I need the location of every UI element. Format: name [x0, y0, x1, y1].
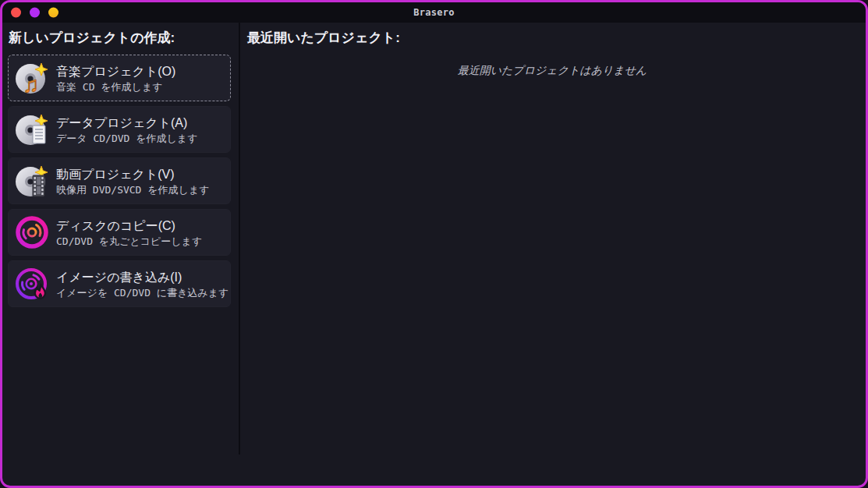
burn-image-button[interactable]: イメージの書き込み(I) イメージを CD/DVD に書き込みます — [8, 260, 231, 307]
disc-copy-subtitle: CD/DVD を丸ごとコピーします — [56, 235, 202, 249]
recent-projects-panel: 最近開いたプロジェクト: 最近開いたプロジェクトはありません — [239, 23, 866, 486]
close-button[interactable] — [11, 8, 21, 18]
data-project-subtitle: データ CD/DVD を作成します — [56, 132, 197, 146]
disc-copy-text: ディスクのコピー(C) CD/DVD を丸ごとコピーします — [56, 217, 202, 249]
window-controls — [11, 8, 58, 18]
maximize-button[interactable] — [48, 8, 58, 18]
recent-projects-empty-message: 最近開いたプロジェクトはありません — [246, 64, 858, 78]
burn-image-subtitle: イメージを CD/DVD に書き込みます — [56, 286, 229, 300]
brasero-window: Brasero 新しいプロジェクトの作成: — [0, 0, 868, 488]
audio-project-text: 音楽プロジェクト(O) 音楽 CD を作成します — [56, 62, 175, 94]
data-project-title: データプロジェクト(A) — [56, 114, 197, 132]
disc-copy-icon — [15, 215, 49, 249]
data-cd-icon — [15, 112, 49, 147]
audio-project-button[interactable]: ♫ 音楽プロジェクト(O) 音楽 CD を作成します — [8, 55, 231, 101]
burn-image-text: イメージの書き込み(I) イメージを CD/DVD に書き込みます — [56, 268, 229, 300]
disc-copy-button[interactable]: ディスクのコピー(C) CD/DVD を丸ごとコピーします — [8, 209, 231, 256]
video-project-title: 動画プロジェクト(V) — [56, 165, 210, 183]
recent-projects-header: 最近開いたプロジェクト: — [246, 27, 858, 55]
minimize-button[interactable] — [30, 8, 40, 18]
burn-image-icon — [15, 267, 49, 301]
main-content: 新しいプロジェクトの作成: ♫ — [2, 23, 866, 486]
titlebar: Brasero — [2, 2, 866, 23]
video-project-text: 動画プロジェクト(V) 映像用 DVD/SVCD を作成します — [56, 165, 210, 197]
panel-separator — [239, 23, 240, 454]
data-project-text: データプロジェクト(A) データ CD/DVD を作成します — [56, 114, 197, 146]
window-title: Brasero — [413, 7, 455, 18]
new-project-header: 新しいプロジェクトの作成: — [8, 27, 233, 55]
video-project-subtitle: 映像用 DVD/SVCD を作成します — [56, 183, 210, 197]
svg-text:♫: ♫ — [23, 72, 39, 95]
video-cd-icon — [15, 164, 49, 198]
audio-cd-icon: ♫ — [15, 61, 49, 95]
disc-copy-title: ディスクのコピー(C) — [56, 217, 202, 235]
new-project-panel: 新しいプロジェクトの作成: ♫ — [2, 23, 239, 486]
burn-image-title: イメージの書き込み(I) — [56, 268, 229, 286]
audio-project-subtitle: 音楽 CD を作成します — [56, 80, 175, 94]
data-project-button[interactable]: データプロジェクト(A) データ CD/DVD を作成します — [8, 106, 231, 153]
audio-project-title: 音楽プロジェクト(O) — [56, 62, 175, 80]
video-project-button[interactable]: 動画プロジェクト(V) 映像用 DVD/SVCD を作成します — [8, 157, 231, 204]
